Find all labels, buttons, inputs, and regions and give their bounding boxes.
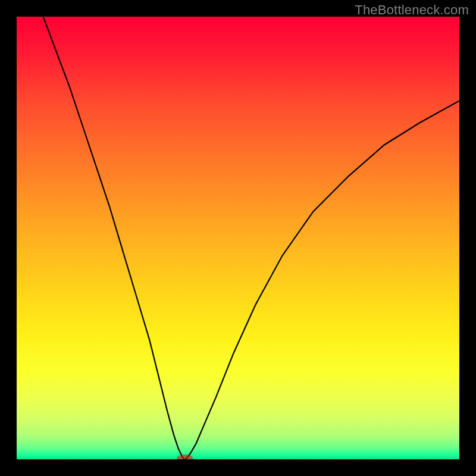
watermark-text: TheBottleneck.com <box>355 2 469 18</box>
gradient-background <box>17 17 459 459</box>
chart-frame <box>17 17 459 459</box>
bottleneck-chart <box>17 17 459 459</box>
